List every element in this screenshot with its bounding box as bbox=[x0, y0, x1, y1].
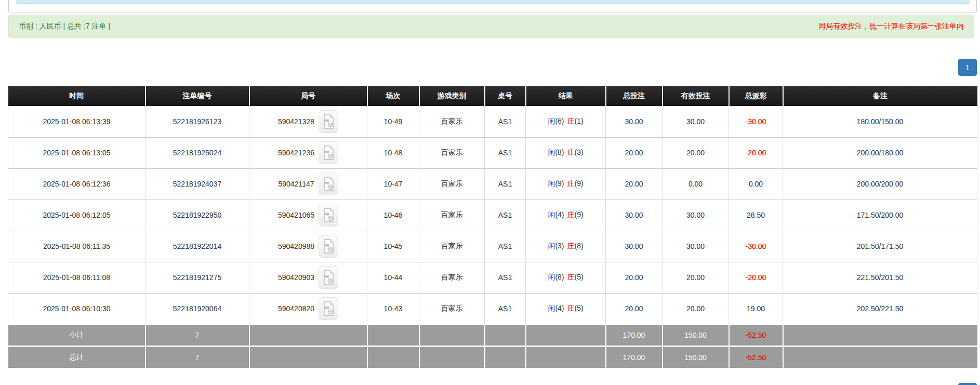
round-number: 590421236 bbox=[278, 149, 314, 157]
table-row: 2025-01-08 06:12:05 522181922950 5904210… bbox=[8, 200, 977, 231]
cell-total-bet: 30.00 bbox=[606, 106, 663, 137]
header-valid-bet: 有效投注 bbox=[663, 86, 729, 106]
cell-time: 2025-01-08 06:11:08 bbox=[8, 262, 145, 293]
cell-round-no: 590421236 bbox=[249, 137, 367, 168]
grand-total-empty bbox=[367, 346, 419, 368]
result-banker-pts: (9) bbox=[575, 179, 584, 188]
subtotal-valid-bet: 150.00 bbox=[663, 324, 729, 346]
grand-total-payout: -52.50 bbox=[729, 346, 783, 368]
cell-table-no: AS1 bbox=[485, 293, 526, 324]
cell-total-bet: 20.00 bbox=[606, 262, 663, 293]
cell-game-type: 百家乐 bbox=[419, 137, 485, 168]
table-row: 2025-01-08 06:12:36 522181924037 5904211… bbox=[8, 168, 977, 200]
round-number: 590420903 bbox=[278, 273, 314, 282]
cell-bet-no: 522181922014 bbox=[145, 231, 249, 262]
cell-remark: 202.50/221.50 bbox=[783, 293, 977, 324]
cell-remark: 171.50/200.00 bbox=[783, 200, 977, 231]
result-player: 闲 bbox=[548, 273, 555, 281]
grand-total-empty bbox=[249, 346, 367, 368]
cell-session: 10-49 bbox=[367, 106, 419, 137]
result-player-pts: (4) bbox=[555, 304, 564, 312]
video-file-icon[interactable] bbox=[319, 204, 338, 227]
subtotal-payout: -52.50 bbox=[729, 324, 783, 346]
cell-result: 闲(4)庄(5) bbox=[526, 293, 606, 324]
cell-payout: -20.00 bbox=[729, 137, 783, 168]
header-round-no: 局号 bbox=[249, 86, 367, 106]
bet-records-table: 时间 注单编号 局号 场次 游戏类别 桌号 结果 总投注 有效投注 总派彩 备注… bbox=[8, 86, 977, 368]
cell-table-no: AS1 bbox=[485, 262, 526, 293]
cell-valid-bet: 0.00 bbox=[663, 168, 729, 200]
grand-total-count: 7 bbox=[145, 346, 249, 368]
cell-round-no: 590420903 bbox=[249, 262, 367, 293]
cell-result: 闲(4)庄(9) bbox=[526, 200, 606, 231]
cell-bet-no: 522181921275 bbox=[145, 262, 249, 293]
cell-game-type: 百家乐 bbox=[419, 293, 485, 324]
header-session: 场次 bbox=[367, 86, 419, 106]
result-banker: 庄 bbox=[567, 148, 575, 156]
result-player: 闲 bbox=[548, 210, 555, 219]
cell-game-type: 百家乐 bbox=[419, 262, 485, 293]
cell-total-bet: 20.00 bbox=[606, 293, 663, 324]
result-banker: 庄 bbox=[567, 117, 575, 125]
pagination-top: 1 bbox=[0, 59, 980, 76]
page-1-button[interactable]: 1 bbox=[958, 59, 977, 76]
cell-remark: 221.50/201.50 bbox=[783, 262, 977, 293]
round-number: 590421147 bbox=[278, 180, 314, 188]
result-banker-pts: (1) bbox=[575, 117, 584, 125]
result-banker: 庄 bbox=[567, 242, 575, 250]
cell-payout: 28.50 bbox=[729, 200, 783, 231]
header-time: 时间 bbox=[8, 86, 145, 106]
video-file-icon[interactable] bbox=[319, 172, 338, 195]
cell-total-bet: 30.00 bbox=[606, 200, 663, 231]
table-row: 2025-01-08 06:11:35 522181922014 5904209… bbox=[8, 231, 977, 262]
cell-session: 10-45 bbox=[367, 231, 419, 262]
page-1-button-bottom[interactable]: 1 bbox=[958, 383, 977, 385]
pagination-bottom: 1 bbox=[0, 383, 980, 385]
cell-valid-bet: 20.00 bbox=[663, 137, 729, 168]
cell-session: 10-47 bbox=[367, 168, 419, 200]
subtotal-empty bbox=[367, 324, 419, 346]
grand-total-empty bbox=[485, 346, 526, 368]
cell-time: 2025-01-08 06:13:05 bbox=[8, 137, 145, 168]
grand-total-total-bet: 170.00 bbox=[606, 346, 663, 368]
grand-total-row: 总计 7 170.00 150.00 -52.50 bbox=[8, 346, 977, 368]
cell-time: 2025-01-08 06:11:35 bbox=[8, 231, 145, 262]
round-number: 590421065 bbox=[278, 211, 314, 219]
result-player: 闲 bbox=[548, 148, 555, 156]
cell-valid-bet: 20.00 bbox=[663, 293, 729, 324]
table-row: 2025-01-08 06:11:08 522181921275 5904209… bbox=[8, 262, 977, 293]
cell-result: 闲(6)庄(1) bbox=[526, 106, 606, 137]
cell-total-bet: 20.00 bbox=[606, 137, 663, 168]
cell-round-no: 590420820 bbox=[249, 293, 367, 324]
video-file-icon[interactable] bbox=[319, 235, 338, 258]
subtotal-empty bbox=[526, 324, 606, 346]
cell-remark: 200.00/200.00 bbox=[783, 168, 977, 200]
result-player: 闲 bbox=[548, 179, 555, 188]
info-alert-strip bbox=[16, 0, 970, 4]
cell-payout: -20.00 bbox=[729, 262, 783, 293]
video-file-icon[interactable] bbox=[319, 110, 338, 133]
result-banker-pts: (9) bbox=[575, 210, 584, 219]
valid-bet-notice-text: 同局有效投注，统一计算在该局第一张注单内 bbox=[818, 15, 964, 37]
top-panel bbox=[8, 0, 977, 12]
cell-game-type: 百家乐 bbox=[419, 200, 485, 231]
cell-bet-no: 522181925024 bbox=[145, 137, 249, 168]
round-number: 590420988 bbox=[278, 242, 314, 250]
result-player: 闲 bbox=[548, 117, 555, 125]
video-file-icon[interactable] bbox=[319, 266, 338, 289]
video-file-icon[interactable] bbox=[319, 297, 338, 320]
round-number: 590421328 bbox=[278, 117, 314, 126]
result-banker: 庄 bbox=[567, 210, 575, 219]
grand-total-empty bbox=[526, 346, 606, 368]
subtotal-empty bbox=[485, 324, 526, 346]
table-row: 2025-01-08 06:13:39 522181926123 5904213… bbox=[8, 106, 977, 137]
cell-result: 闲(9)庄(9) bbox=[526, 168, 606, 200]
cell-bet-no: 522181922950 bbox=[145, 200, 249, 231]
cell-time: 2025-01-08 06:12:36 bbox=[8, 168, 145, 200]
subtotal-empty bbox=[249, 324, 367, 346]
video-file-icon[interactable] bbox=[319, 141, 338, 164]
result-player-pts: (8) bbox=[555, 148, 564, 156]
header-table-no: 桌号 bbox=[485, 86, 526, 106]
subtotal-empty bbox=[419, 324, 485, 346]
cell-game-type: 百家乐 bbox=[419, 106, 485, 137]
